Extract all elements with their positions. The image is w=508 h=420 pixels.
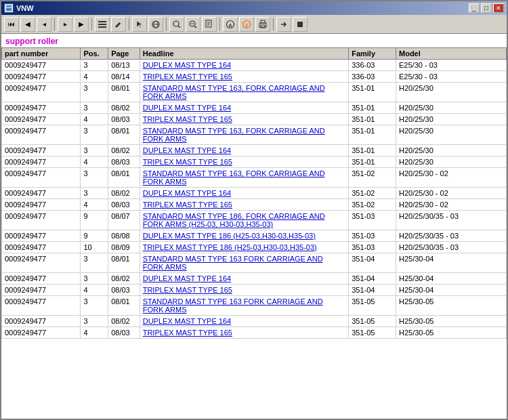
cell-family: 351-03 xyxy=(349,242,396,253)
minimize-button[interactable]: _ xyxy=(469,3,480,13)
table-row[interactable]: 0009249477308/02DUPLEX MAST TYPE 164351-… xyxy=(2,145,507,156)
nav-next-button[interactable]: ▶ xyxy=(74,17,89,32)
cell-headline[interactable]: TRIPLEX MAST TYPE 165 xyxy=(140,199,348,211)
cell-headline[interactable]: STANDARD MAST TYPE 163, FORK CARRIAGE AN… xyxy=(140,83,348,102)
circle-a-button[interactable]: A xyxy=(223,17,238,32)
cell-page: 08/02 xyxy=(108,188,140,199)
cell-headline[interactable]: DUPLEX MAST TYPE 186 (H25-03,H30-03,H35-… xyxy=(140,230,348,242)
svg-rect-3 xyxy=(98,24,106,25)
table-row[interactable]: 0009249477308/01STANDARD MAST TYPE 163 F… xyxy=(2,296,507,316)
cell-headline[interactable]: DUPLEX MAST TYPE 164 xyxy=(140,316,348,327)
svg-text:A: A xyxy=(228,22,232,27)
table-row[interactable]: 0009249477308/02DUPLEX MAST TYPE 164351-… xyxy=(2,316,507,327)
col-header-pos: Pos. xyxy=(81,48,108,60)
cell-pos: 4 xyxy=(81,327,108,339)
cell-page: 08/07 xyxy=(108,211,140,230)
table-row[interactable]: 0009249477908/08DUPLEX MAST TYPE 186 (H2… xyxy=(2,230,507,242)
content-area: support roller part number Pos. Page Hea… xyxy=(1,34,507,419)
table-row[interactable]: 0009249477308/01STANDARD MAST TYPE 163, … xyxy=(2,168,507,188)
table-row[interactable]: 0009249477908/07STANDARD MAST TYPE 186, … xyxy=(2,211,507,230)
cell-model: E25/30 - 03 xyxy=(396,60,507,71)
app-icon xyxy=(4,3,14,13)
nav-prev-button[interactable]: ◀ xyxy=(20,17,35,32)
page-button[interactable] xyxy=(202,17,217,32)
table-row[interactable]: 0009249477308/02DUPLEX MAST TYPE 164351-… xyxy=(2,273,507,285)
table-body: 0009249477308/13DUPLEX MAST TYPE 164336-… xyxy=(2,60,507,339)
arrow-button[interactable] xyxy=(276,17,291,32)
cell-headline[interactable]: STANDARD MAST TYPE 163 FORK CARRIAGE AND… xyxy=(140,253,348,273)
table-row[interactable]: 0009249477408/03TRIPLEX MAST TYPE 165351… xyxy=(2,199,507,211)
cell-headline[interactable]: TRIPLEX MAST TYPE 165 xyxy=(140,285,348,296)
cell-part-number: 0009249477 xyxy=(2,60,81,71)
cell-pos: 3 xyxy=(81,188,108,199)
table-row[interactable]: 0009249477408/03TRIPLEX MAST TYPE 165351… xyxy=(2,114,507,125)
svg-rect-4 xyxy=(98,26,106,28)
cell-headline[interactable]: STANDARD MAST TYPE 163 FORK CARRIAGE AND… xyxy=(140,296,348,316)
table-row[interactable]: 0009249477308/02DUPLEX MAST TYPE 164351-… xyxy=(2,102,507,114)
cell-model: E25/30 - 03 xyxy=(396,71,507,83)
nav-first-button[interactable]: ⏮ xyxy=(4,17,19,32)
print-button[interactable] xyxy=(255,17,270,32)
cell-headline[interactable]: TRIPLEX MAST TYPE 186 (H25-03,H30-03,H35… xyxy=(140,242,348,253)
cell-page: 08/02 xyxy=(108,273,140,285)
cell-part-number: 0009249477 xyxy=(2,114,81,125)
table-row[interactable]: 0009249477408/03TRIPLEX MAST TYPE 165351… xyxy=(2,285,507,296)
nav-back-button[interactable]: ◂ xyxy=(37,17,51,32)
circle-2-button[interactable]: 2 xyxy=(239,17,254,32)
table-row[interactable]: 0009249477308/13DUPLEX MAST TYPE 164336-… xyxy=(2,60,507,71)
cell-headline[interactable]: TRIPLEX MAST TYPE 165 xyxy=(140,327,348,339)
toolbar: ⏮ ◀ ◂ ▸ ▶ A 2 xyxy=(1,15,507,34)
col-header-headline: Headline xyxy=(140,48,348,60)
cell-pos: 3 xyxy=(81,83,108,102)
cell-headline[interactable]: DUPLEX MAST TYPE 164 xyxy=(140,145,348,156)
cell-page: 08/01 xyxy=(108,83,140,102)
cell-headline[interactable]: STANDARD MAST TYPE 186, FORK CARRIAGE AN… xyxy=(140,211,348,230)
cell-model: H25/30-04 xyxy=(396,273,507,285)
maximize-button[interactable]: □ xyxy=(481,3,492,13)
cell-headline[interactable]: DUPLEX MAST TYPE 164 xyxy=(140,188,348,199)
table-row[interactable]: 0009249477308/01STANDARD MAST TYPE 163, … xyxy=(2,125,507,145)
cell-headline[interactable]: STANDARD MAST TYPE 163, FORK CARRIAGE AN… xyxy=(140,125,348,145)
cell-headline[interactable]: DUPLEX MAST TYPE 164 xyxy=(140,273,348,285)
table-row[interactable]: 0009249477308/01STANDARD MAST TYPE 163, … xyxy=(2,83,507,102)
cell-page: 08/03 xyxy=(108,327,140,339)
cell-headline[interactable]: DUPLEX MAST TYPE 164 xyxy=(140,102,348,114)
stop-button[interactable] xyxy=(293,17,308,32)
title-buttons: _ □ ✕ xyxy=(469,3,504,13)
edit-button[interactable] xyxy=(111,17,126,32)
list-view-button[interactable] xyxy=(95,17,110,32)
zoom-button[interactable] xyxy=(169,17,184,32)
zoom2-button[interactable] xyxy=(186,17,200,32)
svg-line-12 xyxy=(194,26,196,28)
cell-family: 351-03 xyxy=(349,230,396,242)
col-header-family: Family xyxy=(349,48,396,60)
main-window: VNW _ □ ✕ ⏮ ◀ ◂ ▸ ▶ xyxy=(0,0,508,420)
table-row[interactable]: 00092494771008/09TRIPLEX MAST TYPE 186 (… xyxy=(2,242,507,253)
cell-part-number: 0009249477 xyxy=(2,71,81,83)
cell-pos: 3 xyxy=(81,125,108,145)
cell-page: 08/01 xyxy=(108,168,140,188)
cell-pos: 4 xyxy=(81,71,108,83)
cell-headline[interactable]: TRIPLEX MAST TYPE 165 xyxy=(140,156,348,168)
cursor-button[interactable] xyxy=(132,17,147,32)
toolbar-sep-6 xyxy=(273,18,274,30)
table-row[interactable]: 0009249477308/02DUPLEX MAST TYPE 164351-… xyxy=(2,188,507,199)
cell-family: 351-01 xyxy=(349,125,396,145)
svg-rect-23 xyxy=(261,20,265,23)
table-row[interactable]: 0009249477408/14TRIPLEX MAST TYPE 165336… xyxy=(2,71,507,83)
cell-part-number: 0009249477 xyxy=(2,188,81,199)
close-button[interactable]: ✕ xyxy=(493,3,504,13)
table-scroll[interactable]: part number Pos. Page Headline Family Mo… xyxy=(1,47,507,419)
table-row[interactable]: 0009249477408/03TRIPLEX MAST TYPE 165351… xyxy=(2,327,507,339)
nav-forward-button[interactable]: ▸ xyxy=(58,17,72,32)
table-row[interactable]: 0009249477308/01STANDARD MAST TYPE 163 F… xyxy=(2,253,507,273)
table-row[interactable]: 0009249477408/03TRIPLEX MAST TYPE 165351… xyxy=(2,156,507,168)
globe-button[interactable] xyxy=(148,17,163,32)
cell-headline[interactable]: TRIPLEX MAST TYPE 165 xyxy=(140,114,348,125)
cell-family: 351-01 xyxy=(349,83,396,102)
toolbar-sep-3 xyxy=(129,18,129,30)
cell-headline[interactable]: STANDARD MAST TYPE 163, FORK CARRIAGE AN… xyxy=(140,168,348,188)
cell-headline[interactable]: DUPLEX MAST TYPE 164 xyxy=(140,60,348,71)
cell-headline[interactable]: TRIPLEX MAST TYPE 165 xyxy=(140,71,348,83)
cell-page: 08/08 xyxy=(108,230,140,242)
